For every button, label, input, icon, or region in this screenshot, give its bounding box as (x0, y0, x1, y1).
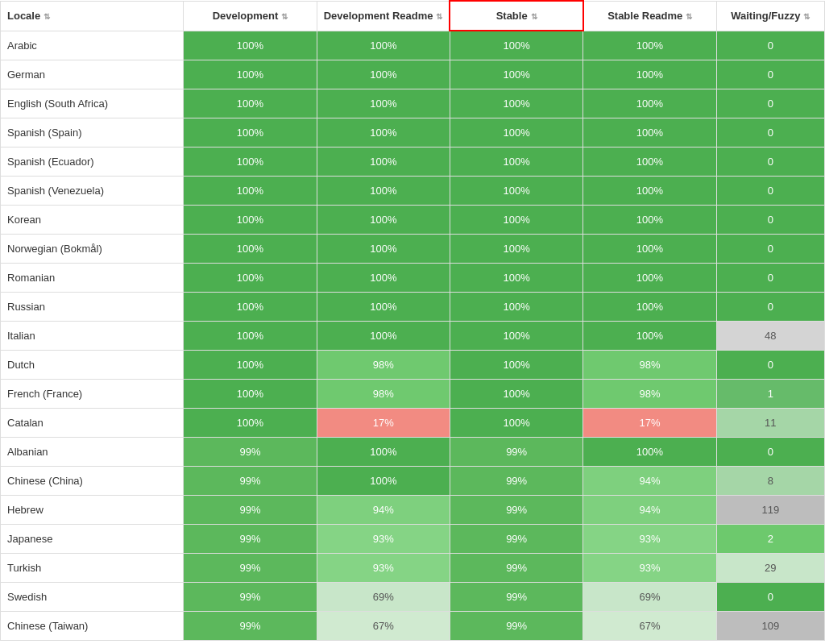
cell-stable: 100% (450, 89, 582, 118)
table-row: English (South Africa)100%100%100%100%0 (1, 89, 825, 118)
cell-locale: Korean (1, 206, 184, 235)
column-header-label: Development (213, 10, 279, 22)
column-header-label: Development Readme (324, 10, 433, 22)
table-row: Chinese (China)99%100%99%94%8 (1, 467, 825, 496)
column-header-label: Stable Readme (607, 10, 682, 22)
cell-locale: French (France) (1, 380, 184, 409)
cell-stable-readme: 98% (583, 380, 716, 409)
cell-stable-readme: 100% (583, 147, 716, 177)
cell-development: 100% (184, 89, 317, 118)
column-header-stable[interactable]: Stable ⇅ (450, 1, 582, 31)
table-row: French (France)100%98%100%98%1 (1, 380, 825, 409)
cell-stable-readme: 100% (583, 118, 716, 147)
column-header-development_readme[interactable]: Development Readme ⇅ (317, 1, 450, 31)
table-row: Korean100%100%100%100%0 (1, 206, 825, 235)
cell-waiting-fuzzy: 11 (716, 409, 824, 438)
cell-stable-readme: 69% (583, 583, 716, 612)
cell-waiting-fuzzy: 0 (716, 60, 824, 89)
cell-development: 100% (184, 60, 317, 89)
cell-stable-readme: 100% (583, 235, 716, 264)
cell-locale: Albanian (1, 438, 184, 467)
cell-stable: 100% (450, 60, 582, 89)
cell-stable: 100% (450, 118, 582, 147)
cell-waiting-fuzzy: 0 (716, 438, 824, 467)
cell-development: 99% (184, 496, 317, 525)
cell-stable: 100% (450, 293, 582, 322)
cell-stable: 99% (450, 467, 582, 496)
cell-stable-readme: 17% (583, 409, 716, 438)
cell-locale: Spanish (Spain) (1, 118, 184, 147)
cell-waiting-fuzzy: 0 (716, 206, 824, 235)
cell-development: 100% (184, 147, 317, 177)
cell-development-readme: 100% (317, 89, 450, 118)
column-header-locale[interactable]: Locale ⇅ (1, 1, 184, 31)
cell-waiting-fuzzy: 1 (716, 380, 824, 409)
column-header-stable_readme[interactable]: Stable Readme ⇅ (583, 1, 716, 31)
cell-waiting-fuzzy: 0 (716, 264, 824, 293)
cell-development-readme: 100% (317, 60, 450, 89)
cell-stable-readme: 93% (583, 554, 716, 583)
table-row: Albanian99%100%99%100%0 (1, 438, 825, 467)
cell-stable-readme: 98% (583, 351, 716, 380)
cell-stable-readme: 100% (583, 438, 716, 467)
cell-development-readme: 69% (317, 583, 450, 612)
cell-waiting-fuzzy: 109 (716, 612, 824, 641)
cell-development-readme: 100% (317, 147, 450, 177)
table-row: Russian100%100%100%100%0 (1, 293, 825, 322)
cell-locale: Norwegian (Bokmål) (1, 235, 184, 264)
cell-development-readme: 100% (317, 438, 450, 467)
table-row: Swedish99%69%99%69%0 (1, 583, 825, 612)
cell-stable-readme: 100% (583, 60, 716, 89)
cell-development: 99% (184, 583, 317, 612)
cell-development-readme: 100% (317, 118, 450, 147)
cell-locale: Arabic (1, 31, 184, 60)
cell-locale: Chinese (China) (1, 467, 184, 496)
cell-locale: Romanian (1, 264, 184, 293)
cell-waiting-fuzzy: 0 (716, 118, 824, 147)
cell-stable: 100% (450, 409, 582, 438)
cell-development: 100% (184, 206, 317, 235)
cell-development-readme: 100% (317, 235, 450, 264)
cell-stable-readme: 94% (583, 496, 716, 525)
cell-development: 100% (184, 293, 317, 322)
table-row: Norwegian (Bokmål)100%100%100%100%0 (1, 235, 825, 264)
column-header-label: Waiting/Fuzzy (731, 10, 800, 22)
table-row: Romanian100%100%100%100%0 (1, 264, 825, 293)
column-header-waiting_fuzzy[interactable]: Waiting/Fuzzy ⇅ (716, 1, 824, 31)
cell-waiting-fuzzy: 0 (716, 89, 824, 118)
cell-stable: 100% (450, 31, 582, 60)
table-row: Chinese (Taiwan)99%67%99%67%109 (1, 612, 825, 641)
cell-stable: 99% (450, 438, 582, 467)
cell-stable-readme: 100% (583, 31, 716, 60)
cell-development-readme: 93% (317, 554, 450, 583)
cell-stable: 100% (450, 351, 582, 380)
cell-stable-readme: 100% (583, 89, 716, 118)
cell-waiting-fuzzy: 0 (716, 351, 824, 380)
cell-development: 100% (184, 322, 317, 351)
cell-waiting-fuzzy: 0 (716, 235, 824, 264)
cell-stable-readme: 100% (583, 206, 716, 235)
cell-locale: Italian (1, 322, 184, 351)
cell-development-readme: 100% (317, 31, 450, 60)
cell-stable-readme: 93% (583, 525, 716, 554)
cell-stable: 99% (450, 583, 582, 612)
cell-development-readme: 67% (317, 612, 450, 641)
cell-stable: 100% (450, 147, 582, 177)
cell-stable-readme: 67% (583, 612, 716, 641)
cell-waiting-fuzzy: 8 (716, 467, 824, 496)
cell-development-readme: 100% (317, 177, 450, 206)
cell-development-readme: 100% (317, 293, 450, 322)
table-row: Japanese99%93%99%93%2 (1, 525, 825, 554)
column-header-development[interactable]: Development ⇅ (184, 1, 317, 31)
cell-locale: English (South Africa) (1, 89, 184, 118)
sort-icon: ⇅ (531, 12, 537, 21)
cell-development: 100% (184, 31, 317, 60)
cell-development-readme: 17% (317, 409, 450, 438)
cell-stable-readme: 100% (583, 322, 716, 351)
cell-stable: 100% (450, 322, 582, 351)
translation-table: Locale ⇅Development ⇅Development Readme … (0, 0, 825, 641)
cell-stable: 99% (450, 525, 582, 554)
cell-locale: Spanish (Ecuador) (1, 147, 184, 177)
cell-development-readme: 93% (317, 525, 450, 554)
sort-icon: ⇅ (281, 12, 288, 21)
